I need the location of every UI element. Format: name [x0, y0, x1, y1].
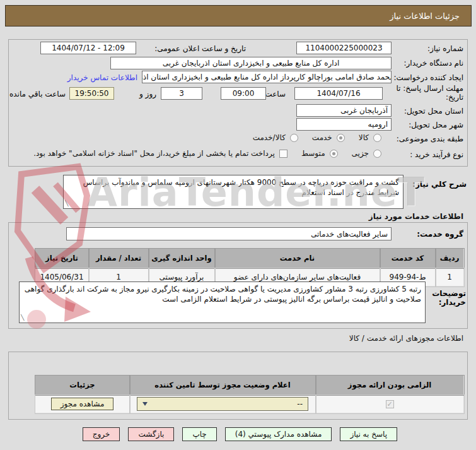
radio-goods[interactable]	[373, 134, 381, 142]
service-group-label: گروه خدمت:	[417, 230, 463, 239]
back-button[interactable]: بازگشت	[128, 427, 174, 441]
col-details: جزئیات	[35, 376, 130, 395]
radio-goods-label: کالا	[359, 133, 369, 142]
creator-label: ایجاد کننده درخواست:	[393, 73, 463, 82]
process-type-options: جزیی متوسط پرداخت تمام یا بخشی از مبلغ خ…	[33, 149, 381, 158]
creator-field[interactable]: محمد صادق امامی بوراچالو کارپرداز اداره …	[142, 71, 392, 83]
radio-goods-service[interactable]	[290, 134, 298, 142]
treasury-checkbox-label: پرداخت تمام یا بخشی از مبلغ خرید،از محل …	[33, 149, 275, 158]
classification-option-goods: کالا	[359, 133, 381, 142]
print-button[interactable]: چاپ	[182, 427, 216, 441]
col-need-date: تاریخ نیاز	[35, 249, 89, 268]
classification-options: کالا خدمت کالا/خدمت	[239, 133, 381, 142]
col-service-name: نام خدمت	[215, 249, 380, 268]
need-details-page: جزئیات اطلاعات نیاز شماره نیاز: 11040002…	[0, 0, 476, 450]
col-service-code: کد خدمت	[380, 249, 436, 268]
page-title: جزئیات اطلاعات نیاز	[390, 11, 471, 21]
buyer-notes-text: رتبه 5 کشاورزی رتبه 3 مشاور کشاورزی مدیر…	[25, 285, 421, 304]
province-field[interactable]: آذربایجان غربی	[296, 104, 392, 117]
radio-minor[interactable]	[373, 150, 381, 158]
process-type-label: نوع فرآیند خرید :	[410, 150, 463, 159]
services-table: ردیف کد خدمت نام خدمت واحد اندازه گیری ت…	[35, 248, 464, 287]
licenses-table-row: -- مشاهده مجوز	[35, 395, 464, 413]
radio-minor-label: جزیی	[352, 149, 369, 158]
cell-license-status: --	[130, 395, 316, 413]
exit-button[interactable]: خروج	[83, 427, 120, 441]
respond-to-need-button[interactable]: پاسخ به نیاز	[340, 427, 397, 441]
process-option-minor: جزیی	[352, 149, 381, 158]
footer-buttons: پاسخ به نیاز مشاهده مدارک پیوستي (4) چاپ…	[83, 427, 397, 441]
radio-service[interactable]	[337, 134, 345, 142]
announce-datetime-label: تاریخ و ساعت اعلان عمومی:	[154, 44, 246, 53]
license-status-value: --	[297, 400, 303, 408]
province-label: استان محل تحویل:	[404, 107, 463, 115]
dropdown-arrow-icon	[142, 402, 148, 406]
need-number-field[interactable]: 1104000225000023	[296, 42, 392, 54]
buyer-org-label: نام دستگاه خریدار:	[404, 59, 464, 68]
service-group-field[interactable]: سایر فعالیت‌های خدماتی	[66, 227, 392, 240]
hour-label: ساعت	[265, 90, 286, 98]
buyer-notes-label: توضیحات خریدار:	[428, 289, 466, 307]
radio-service-label: خدمت	[312, 133, 332, 142]
resize-grip-icon[interactable]	[65, 198, 68, 208]
cell-row-number: 1	[436, 268, 464, 287]
cell-details: مشاهده مجوز	[35, 395, 130, 413]
licenses-table: الزامی بودن ارائه مجوز اعلام وضعیت مجوز …	[35, 375, 464, 413]
deadline-date-field[interactable]: 1404/07/16	[294, 87, 383, 100]
city-label: شهر محل تحویل:	[409, 121, 463, 129]
license-status-dropdown[interactable]: --	[137, 397, 308, 411]
buyer-notes-textarea[interactable]: رتبه 5 کشاورزی رتبه 3 مشاور کشاورزی مدیر…	[19, 281, 426, 323]
city-field[interactable]: ارومیه	[296, 118, 392, 131]
deadline-label: مهلت ارسال پاسخ: تا تاریخ:	[395, 84, 463, 102]
time-remaining-box: 19:50:50	[69, 87, 114, 100]
col-unit: واحد اندازه گیری	[149, 249, 215, 268]
cell-license-required	[316, 395, 464, 413]
description-textarea[interactable]: گشت و مراقبت حوزه دریاچه در سطح 9000 هکت…	[63, 175, 403, 209]
radio-medium[interactable]	[330, 150, 338, 158]
classification-option-service: خدمت	[312, 133, 345, 142]
licenses-table-header-row: الزامی بودن ارائه مجوز اعلام وضعیت مجوز …	[35, 376, 464, 395]
titlebar: جزئیات اطلاعات نیاز	[5, 5, 472, 27]
classification-option-goods-service: کالا/خدمت	[253, 133, 298, 142]
view-attachments-button[interactable]: مشاهده مدارک پیوستي (4)	[225, 427, 332, 441]
classification-label: طبقه بندی موضوعی:	[397, 134, 463, 143]
licenses-section-header: اطلاعات مجوزهای ارائه خدمت / کالا	[349, 334, 463, 343]
services-table-header-row: ردیف کد خدمت نام خدمت واحد اندازه گیری ت…	[35, 249, 464, 268]
days-label: روز و	[139, 90, 156, 98]
view-license-button[interactable]: مشاهده مجوز	[51, 398, 114, 410]
resize-grip-icon[interactable]	[21, 312, 24, 323]
col-license-status: اعلام وضعیت مجوز توسط تامین کننده	[130, 376, 316, 395]
radio-goods-service-label: کالا/خدمت	[253, 133, 286, 142]
buyer-contact-link[interactable]: اطلاعات تماس خریدار	[67, 73, 137, 82]
col-row-number: ردیف	[436, 249, 464, 268]
description-label: شرح کلي نیاز:	[412, 180, 467, 189]
remaining-label: ساعت باقي مانده	[9, 90, 66, 98]
announce-datetime-field[interactable]: 1404/07/12 - 12:09	[40, 42, 136, 54]
radio-medium-label: متوسط	[301, 149, 325, 158]
treasury-checkbox[interactable]	[279, 150, 287, 158]
deadline-time-field[interactable]: 09:00	[221, 87, 266, 100]
col-quantity: تعداد / مقدار	[89, 249, 149, 268]
license-required-checkbox[interactable]	[386, 400, 394, 408]
days-remaining-field[interactable]: 3	[161, 87, 202, 100]
services-section-header: اطلاعات خدمات مورد نیاز	[369, 212, 463, 221]
treasury-option: پرداخت تمام یا بخشی از مبلغ خرید،از محل …	[33, 149, 287, 158]
need-number-label: شماره نیاز:	[427, 44, 463, 53]
col-license-required: الزامی بودن ارائه مجوز	[316, 376, 464, 395]
process-option-medium: متوسط	[301, 149, 338, 158]
description-text: گشت و مراقبت حوزه دریاچه در سطح 9000 هکت…	[83, 178, 399, 197]
buyer-org-field[interactable]: اداره کل منابع طبیعی و ابخیزداری استان ا…	[110, 57, 392, 69]
